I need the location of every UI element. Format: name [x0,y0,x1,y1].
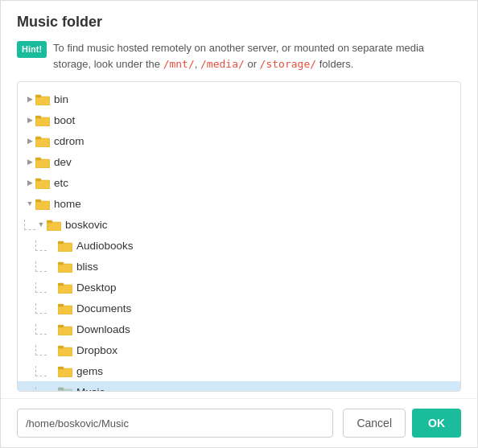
svg-rect-27 [58,367,64,369]
tree-item[interactable]: ▼ boskovic [18,214,460,235]
hint-box: Hint! To find music hosted remotely on a… [17,40,461,72]
svg-rect-4 [35,138,50,147]
hint-path-mnt: /mnt/ [163,58,195,70]
folder-icon [35,93,50,105]
svg-rect-21 [58,304,64,306]
folder-icon [35,114,50,126]
path-input[interactable] [17,409,333,438]
svg-rect-20 [58,306,72,314]
dialog-footer: Cancel OK [1,398,477,447]
toggle-icon[interactable]: ▶ [24,179,35,187]
folder-label: gems [76,365,103,377]
tree-item[interactable]: Desktop [18,277,460,298]
svg-rect-8 [35,180,50,189]
toggle-icon[interactable]: ▶ [24,137,35,145]
svg-rect-9 [35,179,41,181]
folder-tree: ▶ bin▶ boot▶ cdrom▶ dev▶ etc▼ home▼ bosk… [18,82,460,392]
toggle-icon[interactable]: ▶ [24,95,35,103]
svg-rect-13 [47,220,52,223]
tree-connector [35,261,47,272]
folder-icon [58,261,72,273]
folder-label: boskovic [65,219,108,231]
svg-rect-26 [58,368,72,377]
hint-path-storage: /storage/ [260,58,316,70]
hint-path-media: /media/ [200,58,245,70]
folder-icon [58,282,72,294]
tree-container[interactable]: ▶ bin▶ boot▶ cdrom▶ dev▶ etc▼ home▼ bosk… [17,81,461,392]
folder-label: Dropbox [76,344,117,356]
folder-label: etc [54,177,68,189]
cancel-button[interactable]: Cancel [343,409,406,438]
dialog-title: Music folder [1,1,477,40]
folder-icon [35,198,50,210]
svg-rect-18 [58,285,72,294]
tree-connector [35,282,47,293]
hint-badge: Hint! [17,41,47,58]
folder-icon [58,302,72,314]
svg-rect-10 [35,201,50,210]
ok-button[interactable]: OK [412,409,461,438]
tree-item[interactable]: ▶ boot [18,109,460,130]
svg-rect-25 [58,346,64,348]
svg-rect-5 [35,137,41,139]
toggle-icon[interactable]: ▼ [24,199,35,208]
tree-connector [35,324,47,335]
svg-rect-7 [35,158,41,160]
tree-connector [35,240,47,251]
music-folder-dialog: Music folder Hint! To find music hosted … [0,0,478,448]
tree-item[interactable]: ▶ bin [18,88,460,109]
folder-label: Audiobooks [76,240,134,252]
svg-rect-0 [35,97,50,105]
tree-item[interactable]: Documents [18,298,460,319]
svg-rect-14 [58,243,72,252]
toggle-icon[interactable]: ▼ [35,220,47,228]
folder-icon [58,386,72,393]
svg-rect-11 [35,199,41,202]
folder-label: bliss [76,261,98,273]
folder-icon [47,219,61,231]
tree-item[interactable]: ▶ dev [18,151,460,172]
tree-item[interactable]: ▶ etc [18,172,460,193]
svg-rect-23 [58,325,64,327]
folder-icon [35,177,50,189]
folder-icon [58,240,72,252]
svg-rect-2 [35,117,50,126]
tree-item[interactable]: ▼ home [18,193,460,214]
svg-rect-29 [58,388,64,390]
tree-item[interactable]: Dropbox [18,339,460,360]
svg-rect-3 [35,116,41,118]
folder-label: cdrom [54,135,84,147]
svg-rect-16 [58,264,72,273]
svg-rect-22 [58,327,72,335]
folder-icon [58,323,72,335]
folder-label: boot [54,114,75,126]
svg-rect-12 [47,222,61,231]
tree-item[interactable]: gems [18,360,460,381]
tree-item[interactable]: Downloads [18,319,460,339]
svg-rect-17 [58,262,64,265]
hint-text: To find music hosted remotely on another… [53,40,461,72]
tree-connector [35,366,47,376]
svg-rect-1 [35,95,41,97]
folder-icon [35,156,50,168]
tree-item[interactable]: ▶ cdrom [18,130,460,151]
svg-rect-19 [58,283,64,286]
tree-item[interactable]: Audiobooks [18,235,460,256]
tree-item[interactable]: Music [18,381,460,392]
folder-icon [58,365,72,377]
tree-connector [24,220,35,230]
tree-connector [35,387,47,393]
toggle-icon[interactable]: ▶ [24,158,35,166]
tree-connector [35,345,47,356]
svg-rect-6 [35,159,50,168]
svg-rect-15 [58,241,64,244]
folder-label: Downloads [76,323,130,335]
toggle-icon[interactable]: ▶ [24,116,35,124]
tree-item[interactable]: bliss [18,256,460,277]
folder-icon [58,344,72,356]
folder-label: Desktop [76,282,117,294]
folder-label: dev [54,156,72,168]
folder-label: Music [76,386,105,393]
folder-icon [35,135,50,147]
folder-label: Documents [76,302,131,314]
